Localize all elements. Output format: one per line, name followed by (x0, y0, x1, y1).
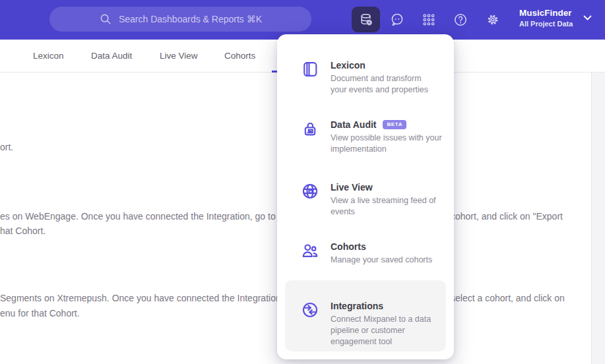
project-scope: All Project Data (519, 19, 573, 29)
scrollbar-track[interactable] (591, 73, 605, 364)
menu-item-description: View possible issues with your implement… (331, 133, 451, 155)
data-management-menu: Lexicon Document and transform your even… (277, 34, 454, 359)
list-row-text: ort. (0, 142, 13, 153)
search-icon (99, 13, 112, 26)
feedback-button[interactable] (385, 8, 410, 32)
list-row-text: Segments on Xtremepush. Once you have co… (0, 293, 284, 304)
book-icon (301, 60, 319, 78)
top-nav: Search Dashboards & Reports ⌘K (0, 0, 605, 40)
menu-item-data-audit[interactable]: Data Audit BETA View possible issues wit… (277, 119, 454, 155)
gear-icon (485, 12, 501, 28)
menu-item-title: Lexicon (331, 59, 433, 71)
grid-icon (421, 12, 437, 28)
people-icon (301, 241, 319, 260)
apps-grid-icon[interactable] (416, 8, 441, 32)
help-button[interactable] (448, 8, 473, 32)
sync-icon (301, 301, 319, 319)
search-placeholder: Search Dashboards & Reports ⌘K (119, 14, 262, 24)
list-row-text: enu for that Cohort. (0, 308, 80, 319)
lock-icon (301, 119, 319, 138)
search-input[interactable]: Search Dashboards & Reports ⌘K (49, 7, 311, 32)
data-management-button[interactable] (352, 7, 380, 32)
menu-item-description: Document and transform your events and p… (331, 73, 433, 96)
menu-item-cohorts[interactable]: Cohorts Manage your saved cohorts (277, 241, 454, 266)
mixpanel-app: ort. es on WebEngage. Once you have conn… (0, 0, 605, 364)
question-circle-icon (453, 12, 468, 28)
menu-item-description: Manage your saved cohorts (331, 255, 432, 266)
menu-item-title: Data Audit (331, 119, 376, 131)
project-switcher[interactable]: MusicFinder All Project Data (519, 7, 592, 29)
menu-item-integrations[interactable]: Integrations Connect Mixpanel to a data … (285, 300, 446, 348)
menu-item-integrations-highlight: Integrations Connect Mixpanel to a data … (285, 280, 446, 351)
project-name: MusicFinder (519, 7, 573, 19)
list-row-text: select a cohort, and click on (451, 293, 565, 304)
menu-item-description: View a live streaming feed of events (331, 195, 444, 218)
chevron-down-icon (583, 15, 592, 21)
menu-item-title: Cohorts (331, 241, 432, 253)
menu-item-title: Integrations (331, 300, 446, 312)
tab-live-view[interactable]: Live View (160, 51, 198, 61)
database-gear-icon (358, 12, 374, 28)
tab-cohorts[interactable]: Cohorts (224, 51, 255, 61)
list-row-text: cohort, and click on "Export (451, 211, 563, 222)
globe-icon (301, 182, 319, 200)
menu-item-live-view[interactable]: Live View View a live streaming feed of … (277, 181, 454, 218)
menu-item-title: Live View (331, 181, 444, 193)
settings-button[interactable] (480, 8, 505, 32)
menu-item-description: Connect Mixpanel to a data pipeline or c… (331, 314, 446, 348)
tab-lexicon[interactable]: Lexicon (33, 51, 64, 61)
list-row-text: es on WebEngage. Once you have connected… (0, 211, 291, 222)
list-row-text: hat Cohort. (0, 226, 46, 237)
tab-data-audit[interactable]: Data Audit (91, 51, 132, 61)
menu-item-lexicon[interactable]: Lexicon Document and transform your even… (277, 59, 454, 96)
chat-bubble-icon (389, 12, 405, 28)
beta-badge: BETA (383, 120, 406, 129)
